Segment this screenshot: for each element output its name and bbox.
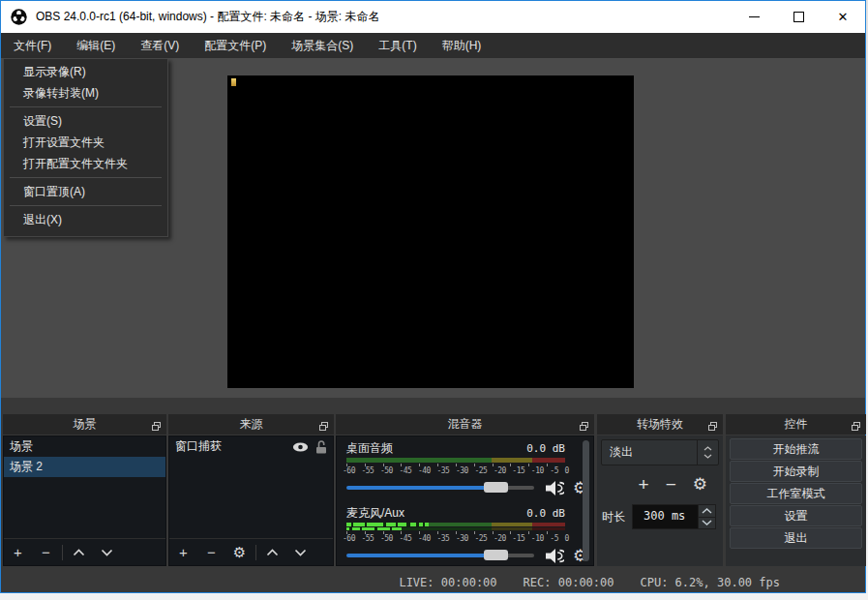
scenes-panel-title: 场景 [74,416,97,433]
tick-label: -5 [550,466,558,475]
tick-label: -30 [456,466,468,475]
tick-label: -45 [399,466,411,475]
menu-item[interactable]: 文件(F) [1,33,64,58]
tick-label: -50 [380,466,393,475]
remove-scene-button[interactable]: − [32,544,60,560]
transition-properties-gear-icon[interactable]: ⚙ [693,476,707,493]
move-scene-up-button[interactable] [65,549,93,556]
menu-item-remux-recordings[interactable]: 录像转封装(M) [4,82,167,104]
move-source-up-button[interactable] [258,549,286,556]
menu-item[interactable]: 场景集合(S) [279,33,366,58]
source-item[interactable]: 窗口捕获 [169,436,333,457]
scenes-list: 场景 场景 2 [4,436,165,538]
duration-spinbox[interactable]: 300 ms [632,504,716,529]
minimize-button[interactable] [732,1,776,33]
scenes-panel: 场景 场景 场景 2 + − [3,414,166,566]
menu-item[interactable]: 工具(T) [366,33,429,58]
float-dock-icon[interactable] [580,420,588,434]
title-bar: OBS 24.0.0-rc1 (64-bit, windows) - 配置文件:… [1,1,865,33]
toolbar-separator [62,545,63,560]
spin-up-button[interactable] [699,505,715,518]
move-source-down-button[interactable] [286,549,314,556]
obs-logo-icon [11,9,27,25]
speaker-icon[interactable] [545,480,564,496]
preview-canvas[interactable] [227,75,634,388]
close-button[interactable]: ✕ [821,1,865,33]
cpu-fps: CPU: 6.2%, 30.00 fps [641,576,781,591]
scene-item[interactable]: 场景 [4,436,165,457]
visibility-eye-icon[interactable] [292,441,309,453]
control-button[interactable]: 开始推流 [730,438,862,460]
sources-panel-title: 来源 [240,416,263,433]
tick-label: -30 [456,534,468,543]
combo-spinner[interactable] [697,440,718,465]
sources-toolbar: + − ⚙ [169,538,333,565]
duration-row: 时长 300 ms [601,504,719,529]
menu-item-exit[interactable]: 退出(X) [4,209,167,230]
lock-open-icon[interactable] [315,440,327,454]
menu-item[interactable]: 编辑(E) [64,33,128,58]
scene-item-selected[interactable]: 场景 2 [4,457,165,477]
sources-panel-header: 来源 [168,414,334,435]
scene-item-label: 场景 2 [10,457,43,477]
controls-body: 开始推流开始录制工作室模式设置退出 [726,435,866,566]
control-button[interactable]: 退出 [730,527,862,549]
plus-icon: + [179,544,188,560]
menu-item-always-on-top[interactable]: 窗口置顶(A) [4,181,167,202]
remove-source-button[interactable]: − [197,544,225,560]
control-button[interactable]: 开始录制 [730,461,862,482]
mixer-scrollbar[interactable] [583,440,589,561]
source-properties-button[interactable]: ⚙ [225,545,254,559]
transition-select[interactable]: 淡出 [601,439,719,465]
menu-item[interactable]: 查看(V) [128,33,192,58]
menu-item[interactable]: 帮助(H) [430,33,494,58]
chevron-down-icon [702,520,712,525]
remove-transition-button[interactable]: − [666,475,676,494]
tick-label: -10 [531,466,544,475]
meter-tick-labels: -60-55-50-45-40-35-30-25-20-15-10-50 [343,466,569,475]
maximize-button[interactable] [776,1,821,33]
channel-name: 麦克风/Aux [346,505,404,522]
tick-label: -35 [436,534,449,543]
spin-down-button[interactable] [699,518,715,529]
menu-bar: 文件(F)编辑(E)查看(V)配置文件(P)场景集合(S)工具(T)帮助(H) [1,33,865,58]
add-source-button[interactable]: + [169,544,197,560]
volume-slider[interactable] [346,486,534,490]
volume-slider[interactable] [346,554,534,557]
add-scene-button[interactable]: + [4,544,32,560]
window-capture-preview[interactable] [231,78,236,86]
float-dock-icon[interactable] [852,420,860,434]
mixer-channel-row: 麦克风/Aux 0.0 dB [346,505,565,521]
scene-item-label: 场景 [10,436,33,457]
channel-db-value: 0.0 dB [526,507,565,520]
mixer-panel-title: 混音器 [448,416,483,433]
volume-slider-handle[interactable] [484,482,508,493]
add-transition-button[interactable]: + [639,475,649,494]
menu-item-settings[interactable]: 设置(S) [4,110,167,132]
menu-item-show-recordings[interactable]: 显示录像(R) [4,61,167,82]
chevron-down-icon [703,454,712,459]
transitions-panel-title: 转场特效 [637,416,683,433]
chevron-up-icon [703,446,712,451]
float-dock-icon[interactable] [152,420,161,434]
live-time: LIVE: 00:00:00 [399,576,496,591]
menu-item[interactable]: 配置文件(P) [192,33,279,58]
control-button[interactable]: 工作室模式 [730,483,862,504]
file-menu-dropdown: 显示录像(R) 录像转封装(M) 设置(S) 打开设置文件夹 打开配置文件文件夹… [3,58,168,237]
chevron-down-icon [294,549,307,556]
volume-slider-handle[interactable] [484,550,508,560]
speaker-icon[interactable] [545,548,564,564]
transition-selected-value: 淡出 [602,440,697,465]
menu-item-open-settings-folder[interactable]: 打开设置文件夹 [4,132,167,153]
chevron-down-icon [101,549,113,556]
scenes-toolbar: + − [4,538,165,565]
float-dock-icon[interactable] [708,420,717,434]
window-title: OBS 24.0.0-rc1 (64-bit, windows) - 配置文件:… [36,9,379,25]
move-scene-down-button[interactable] [93,549,121,556]
menu-item-open-profile-folder[interactable]: 打开配置文件文件夹 [4,153,167,174]
float-dock-icon[interactable] [319,420,328,434]
control-button[interactable]: 设置 [730,505,862,526]
tick-label: -25 [474,466,487,475]
tick-label: -10 [531,534,544,543]
transition-tools: + − ⚙ [601,465,719,494]
